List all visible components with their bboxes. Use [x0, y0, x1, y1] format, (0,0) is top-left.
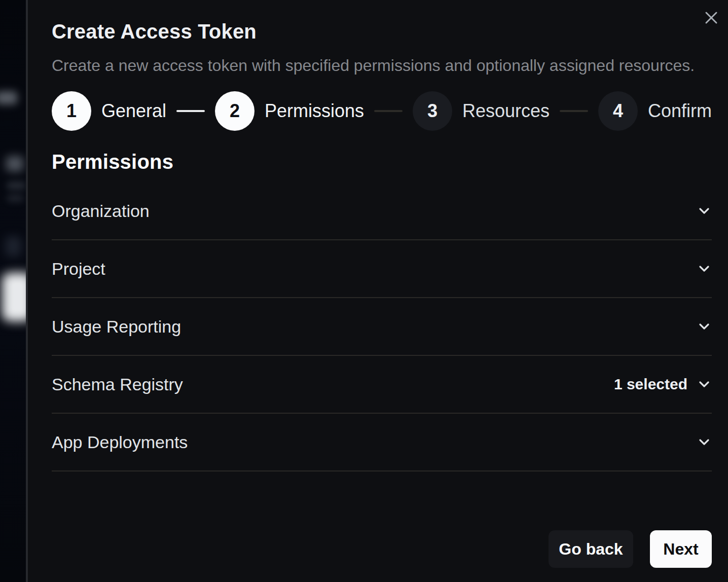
chevron-down-icon — [697, 261, 712, 276]
stepper-connector — [374, 110, 403, 112]
dialog-footer: Go back Next — [52, 530, 712, 568]
close-icon — [705, 11, 718, 24]
step-number-badge: 4 — [598, 91, 638, 131]
permission-row-app-deployments[interactable]: App Deployments — [52, 414, 712, 471]
permission-row-usage-reporting[interactable]: Usage Reporting — [52, 298, 712, 356]
go-back-button[interactable]: Go back — [549, 530, 633, 568]
permission-row-organization[interactable]: Organization — [52, 183, 712, 240]
permission-label: Organization — [52, 201, 150, 221]
step-label: Permissions — [265, 100, 364, 122]
dialog-subtitle: Create a new access token with specified… — [52, 57, 712, 74]
wizard-stepper: 1 General 2 Permissions 3 Resources 4 Co… — [52, 91, 712, 131]
permission-row-controls: 1 selected — [614, 376, 712, 393]
permission-label: App Deployments — [52, 432, 188, 452]
permission-row-controls — [697, 434, 712, 450]
background-blur-icon — [5, 236, 21, 257]
stepper-connector — [560, 110, 588, 112]
step-number-badge: 2 — [215, 91, 254, 131]
stepper-connector — [176, 110, 205, 112]
permission-label: Schema Registry — [52, 375, 183, 394]
chevron-down-icon — [697, 377, 712, 392]
chevron-down-icon — [697, 434, 712, 450]
chevron-down-icon — [697, 319, 712, 334]
step-number-badge: 1 — [52, 91, 91, 131]
create-access-token-dialog: Create Access Token Create a new access … — [28, 0, 728, 582]
background-blur-text — [6, 156, 23, 171]
dialog-title: Create Access Token — [52, 20, 712, 43]
close-button[interactable] — [703, 9, 720, 26]
permission-row-controls — [697, 261, 712, 276]
step-label: General — [101, 100, 166, 122]
step-confirm[interactable]: 4 Confirm — [598, 91, 712, 131]
next-button[interactable]: Next — [650, 530, 712, 568]
step-label: Resources — [462, 100, 550, 122]
selection-count: 1 selected — [614, 376, 687, 393]
step-permissions[interactable]: 2 Permissions — [215, 91, 364, 131]
background-page — [0, 0, 28, 582]
permission-group-list: Organization Project — [52, 183, 712, 471]
step-label: Confirm — [648, 100, 712, 122]
background-blur-card — [2, 273, 28, 321]
permission-label: Project — [52, 259, 105, 279]
step-general[interactable]: 1 General — [52, 91, 166, 131]
chevron-down-icon — [697, 203, 712, 219]
permission-row-controls — [697, 319, 712, 334]
step-resources[interactable]: 3 Resources — [413, 91, 550, 131]
permissions-heading: Permissions — [52, 151, 712, 172]
permission-row-project[interactable]: Project — [52, 240, 712, 298]
permission-row-controls — [697, 203, 712, 219]
background-blur-text — [0, 91, 17, 104]
step-number-badge: 3 — [413, 91, 452, 131]
permission-label: Usage Reporting — [52, 317, 181, 337]
background-blur-text — [7, 181, 25, 190]
background-blur-text — [7, 195, 23, 202]
permission-row-schema-registry[interactable]: Schema Registry 1 selected — [52, 356, 712, 414]
